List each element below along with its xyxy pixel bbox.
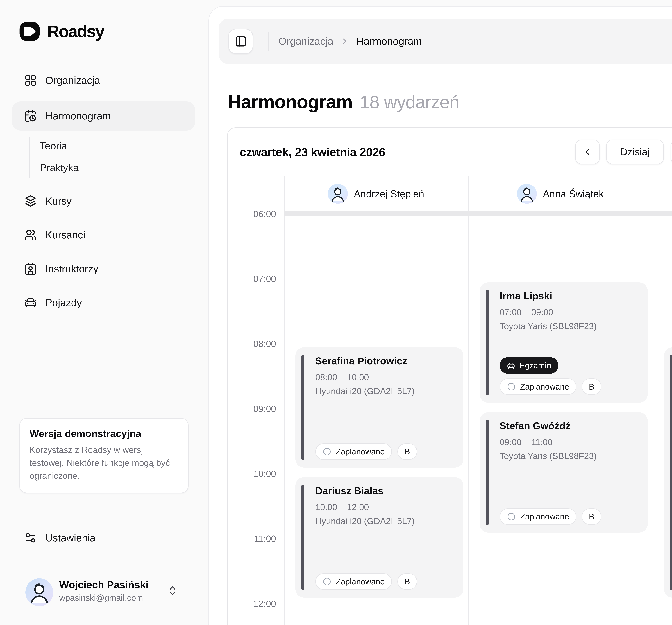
- circle-icon: [322, 577, 331, 586]
- sidebar: Roadsy OrganizacjaHarmonogramTeoriaPrakt…: [0, 0, 209, 625]
- next-day-button[interactable]: [671, 140, 672, 164]
- column-header: Andrzej Stępień: [284, 176, 468, 211]
- event-color-bar: [486, 419, 489, 525]
- user-name: Wojciech Pasiński: [59, 579, 149, 591]
- category-badge: B: [398, 443, 417, 460]
- event-badge-row: ZaplanowaneB: [500, 379, 601, 395]
- event-time-range: 08:00 – 10:00: [315, 372, 369, 382]
- event-color-bar: [670, 355, 672, 590]
- event-card[interactable]: Dariusz Białas10:00 – 12:00Hyundai i20 (…: [295, 477, 463, 598]
- page-header: Harmonogram 18 wydarzeń: [228, 91, 459, 113]
- sidebar-item-label: Instruktorzy: [45, 263, 98, 275]
- sidebar-item-label: Harmonogram: [45, 110, 111, 122]
- topbar: Organizacja Harmonogram: [219, 19, 672, 64]
- demo-notice: Wersja demonstracyjna Korzystasz z Roads…: [19, 418, 189, 493]
- event-card[interactable]: Serafina Piotrowicz08:00 – 10:00Hyundai …: [295, 347, 463, 467]
- event-card[interactable]: Irma Lipski07:00 – 09:00Toyota Yaris (SB…: [480, 282, 648, 403]
- category-badge: B: [398, 573, 417, 590]
- user-menu[interactable]: Wojciech Pasiński wpasinski@gmail.com: [18, 577, 196, 611]
- sidebar-item-label: Pojazdy: [45, 297, 82, 309]
- instructor-avatar: [328, 184, 348, 204]
- breadcrumb-organizacja[interactable]: Organizacja: [279, 35, 333, 47]
- sidebar-item-organizacja[interactable]: Organizacja: [12, 68, 195, 93]
- event-student-name: Dariusz Białas: [315, 485, 383, 497]
- app: Roadsy OrganizacjaHarmonogramTeoriaPrakt…: [0, 0, 672, 625]
- event-student-name: Stefan Gwóźdź: [500, 420, 570, 432]
- event-vehicle: Hyundai i20 (GDA2H5L7): [315, 516, 415, 526]
- users-icon: [24, 229, 37, 241]
- event-exam-row: Egzamin: [500, 357, 558, 374]
- calendar-clock-icon: [24, 110, 37, 122]
- event-time-range: 09:00 – 11:00: [500, 437, 553, 447]
- breadcrumb-harmonogram: Harmonogram: [356, 35, 422, 47]
- breadcrumb: Organizacja Harmonogram: [279, 19, 422, 64]
- brand-name: Roadsy: [47, 22, 104, 41]
- event-student-name: Irma Lipski: [500, 290, 552, 302]
- sidebar-nav: OrganizacjaHarmonogramTeoriaPraktykaKurs…: [12, 68, 195, 324]
- event-color-bar: [302, 355, 305, 460]
- hour-label: 07:00: [228, 273, 276, 284]
- sidebar-subitem-teoria[interactable]: Teoria: [40, 135, 195, 157]
- event-card[interactable]: Stefan Gwóźdź09:00 – 11:00Toyota Yaris (…: [480, 412, 648, 533]
- column-header: [652, 176, 672, 211]
- brand-logo[interactable]: Roadsy: [18, 20, 104, 43]
- day-view: czwartek, 23 kwietnia 2026 Dzisiaj 06:00…: [227, 127, 672, 625]
- event-count: 18 wydarzeń: [360, 92, 459, 113]
- instructor-column-name: Anna Świątek: [543, 188, 604, 199]
- sidebar-item-kursy[interactable]: Kursy: [12, 188, 195, 214]
- sidebar-item-label: Organizacja: [45, 74, 100, 86]
- exam-badge: Egzamin: [500, 357, 558, 374]
- event-badge-row: ZaplanowaneB: [315, 573, 417, 590]
- event-color-bar: [486, 290, 489, 395]
- grid-icon: [24, 74, 37, 87]
- column-divider: [652, 176, 653, 625]
- sidebar-item-settings[interactable]: Ustawienia: [12, 525, 195, 551]
- event-student-name: Serafina Piotrowicz: [315, 355, 407, 367]
- sidebar-item-kursanci[interactable]: Kursanci: [12, 222, 195, 248]
- category-badge: B: [582, 379, 601, 395]
- layers-icon: [24, 195, 37, 208]
- status-badge: Zaplanowane: [500, 508, 576, 525]
- event-card[interactable]: Laure08:00 –Kia RiZ: [664, 347, 672, 597]
- sidebar-toggle-button[interactable]: [229, 29, 253, 54]
- instructor-column-name: Andrzej Stępień: [354, 188, 424, 199]
- instructor-avatar: [517, 184, 537, 204]
- event-vehicle: Toyota Yaris (SBL98F23): [500, 321, 597, 331]
- column-header: Anna Świątek: [468, 176, 652, 211]
- sidebar-subitem-praktyka[interactable]: Praktyka: [40, 157, 195, 179]
- circle-icon: [507, 382, 516, 391]
- hour-label: 12:00: [228, 598, 276, 609]
- chevron-left-icon: [582, 147, 593, 157]
- prev-day-button[interactable]: [575, 140, 600, 164]
- chevrons-up-down-icon: [167, 585, 178, 596]
- column-divider: [468, 176, 469, 625]
- main-content: Organizacja Harmonogram Harmonogram 18 w…: [209, 6, 672, 625]
- settings-label: Ustawienia: [45, 532, 96, 544]
- sidebar-item-pojazdy[interactable]: Pojazdy: [12, 290, 195, 315]
- today-button[interactable]: Dzisiaj: [606, 140, 664, 164]
- car-front-icon: [507, 361, 515, 370]
- sidebar-item-label: Kursanci: [45, 229, 85, 241]
- hour-label: 06:00: [228, 209, 276, 219]
- column-divider: [284, 176, 284, 625]
- panel-left-icon: [235, 35, 247, 47]
- category-badge: B: [582, 508, 601, 525]
- sidebar-item-harmonogram[interactable]: Harmonogram: [12, 101, 195, 130]
- hour-label: 09:00: [228, 404, 276, 414]
- hour-line: [284, 279, 672, 279]
- user-avatar: [25, 578, 53, 606]
- demo-notice-body: Korzystasz z Roadsy w wersji testowej. N…: [29, 443, 178, 482]
- id-card-icon: [24, 263, 37, 275]
- event-vehicle: Hyundai i20 (GDA2H5L7): [315, 386, 415, 396]
- status-badge: Zaplanowane: [500, 379, 576, 395]
- grid-header-band: [284, 211, 672, 216]
- user-email: wpasinski@gmail.com: [59, 593, 143, 603]
- event-time-range: 10:00 – 12:00: [315, 502, 369, 512]
- page-title: Harmonogram: [228, 91, 353, 113]
- sidebar-item-instruktorzy[interactable]: Instruktorzy: [12, 256, 195, 282]
- sliders-icon: [24, 531, 37, 544]
- demo-notice-title: Wersja demonstracyjna: [29, 428, 178, 439]
- event-vehicle: Toyota Yaris (SBL98F23): [500, 451, 597, 461]
- topbar-divider: [268, 32, 268, 51]
- hour-line: [284, 604, 672, 604]
